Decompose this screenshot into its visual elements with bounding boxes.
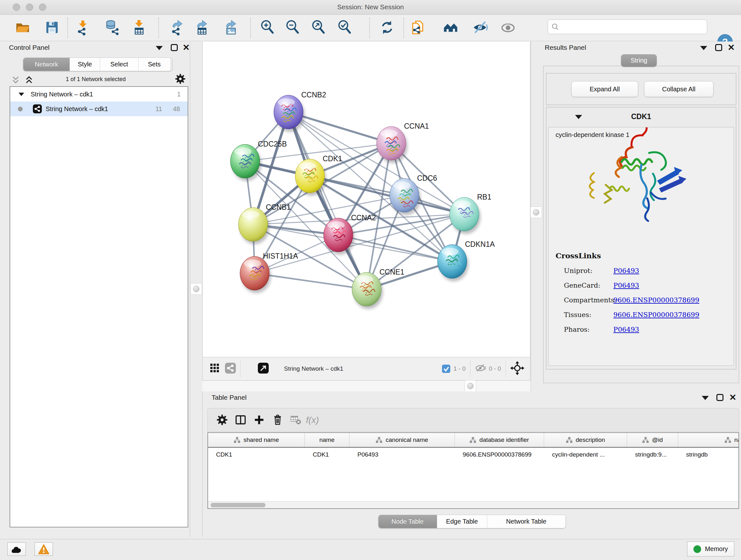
tab-style[interactable]: Style	[70, 58, 100, 71]
zoom-fit-content-icon[interactable]	[310, 18, 328, 37]
splitter-handle[interactable]	[191, 283, 202, 295]
hide-selected-icon[interactable]	[471, 18, 489, 37]
tab-sets[interactable]: Sets	[138, 58, 170, 71]
node-CDK1[interactable]	[295, 159, 326, 196]
expand-all-button[interactable]: Expand All	[571, 81, 638, 97]
column-header-name[interactable]: name	[305, 433, 349, 447]
crosslink-link[interactable]: P06493	[613, 267, 639, 274]
show-columns-icon[interactable]	[231, 412, 250, 428]
search-input[interactable]	[559, 23, 707, 30]
apply-preferred-layout-icon[interactable]	[378, 18, 396, 37]
node-RB1[interactable]	[450, 197, 481, 234]
add-column-icon[interactable]	[250, 412, 268, 428]
control-panel-splitter[interactable]	[190, 42, 202, 537]
network-collection-row[interactable]: String Network – cdk1 1	[10, 87, 188, 102]
memory-button[interactable]: Memory	[687, 542, 734, 557]
search-box[interactable]	[548, 19, 707, 34]
network-share-icon	[33, 105, 42, 113]
horizontal-scrollbar[interactable]	[208, 501, 738, 508]
toolbar-separator	[158, 17, 159, 38]
tab-network[interactable]: Network	[23, 58, 70, 71]
collapse-all-button[interactable]: Collapse All	[644, 81, 714, 97]
export-network-icon[interactable]	[169, 18, 186, 37]
zoom-selected-region-icon[interactable]	[336, 18, 354, 37]
node-CDC25B[interactable]	[230, 144, 261, 181]
tab-node-table[interactable]: Node Table	[379, 515, 437, 528]
edge-CCNB2-CCNE1[interactable]	[288, 112, 367, 289]
new-network-from-selection-icon[interactable]	[409, 18, 427, 37]
statusbar-divider	[506, 361, 506, 377]
crosslink-link[interactable]: 9606.ENSP00000378699	[613, 296, 699, 304]
export-image-icon[interactable]	[222, 18, 240, 37]
table-row[interactable]: CDK1CDK1P064939606.ENSP00000378699cyclin…	[208, 448, 738, 462]
node-CDC6[interactable]	[390, 179, 421, 215]
column-header-namespace[interactable]: namespace	[678, 433, 739, 447]
delete-table-icon[interactable]	[287, 412, 306, 428]
export-table-icon[interactable]	[193, 18, 211, 37]
import-network-from-database-icon[interactable]	[104, 18, 121, 37]
splitter-handle[interactable]	[465, 380, 476, 392]
title-bar: Session: New Session	[0, 0, 741, 15]
warning-button[interactable]	[35, 543, 53, 556]
cloud-button[interactable]	[7, 543, 26, 556]
float-panel-icon[interactable]	[171, 44, 178, 51]
first-neighbors-of-selected-icon[interactable]	[442, 18, 460, 37]
tab-edge-table[interactable]: Edge Table	[437, 515, 487, 528]
network-row[interactable]: String Network – cdk1 11 48	[10, 102, 188, 116]
float-panel-icon[interactable]	[715, 44, 722, 51]
panel-menu-icon[interactable]	[702, 396, 709, 400]
close-panel-icon[interactable]: ✕	[729, 394, 737, 401]
column-header-database-identifier[interactable]: database identifier	[455, 433, 544, 447]
edge-HIST1H1A-CCNE1[interactable]	[255, 273, 367, 289]
column-header-shared-name[interactable]: shared name	[208, 433, 305, 447]
search-icon	[551, 23, 559, 31]
scrollbar-thumb[interactable]	[211, 503, 266, 507]
expand-all-icon[interactable]	[24, 75, 34, 85]
crosslink-link[interactable]: P06493	[613, 282, 639, 289]
open-session-icon[interactable]	[14, 18, 31, 37]
crosslink-link[interactable]: P06493	[613, 326, 639, 333]
crosslink-row: Tissues:9606.ENSP00000378699	[564, 311, 730, 326]
import-table-from-file-icon[interactable]	[130, 18, 148, 37]
column-header-description[interactable]: description	[544, 433, 627, 447]
node-CDKN1A[interactable]	[437, 245, 468, 281]
collapse-all-icon[interactable]	[11, 75, 20, 85]
network-view-share-icon[interactable]	[225, 363, 236, 375]
node-HIST1H1A[interactable]	[240, 256, 271, 293]
zoom-out-icon[interactable]	[284, 18, 302, 37]
panel-menu-icon[interactable]	[700, 46, 707, 50]
node-CCNA1[interactable]	[377, 126, 408, 163]
detach-view-icon[interactable]	[258, 363, 269, 375]
function-builder-icon[interactable]: f(x)	[306, 412, 324, 428]
close-panel-icon[interactable]: ✕	[728, 44, 735, 51]
close-panel-icon[interactable]: ✕	[183, 44, 190, 51]
tab-select[interactable]: Select	[100, 58, 138, 71]
edge-CDK1-RB1[interactable]	[310, 176, 464, 214]
network-view-canvas[interactable]: CCNB2CCNA1CDC25BCDK1CDC6RB1CCNB1CCNA2CDK…	[202, 42, 530, 357]
network-options-gear-icon[interactable]	[175, 73, 186, 85]
network-graph[interactable]: CCNB2CCNA1CDC25BCDK1CDC6RB1CCNB1CCNA2CDK…	[203, 42, 530, 356]
tab-network-table[interactable]: Network Table	[487, 515, 565, 528]
birdseye-crosshair-icon[interactable]	[510, 361, 524, 376]
table-settings-gear-icon[interactable]	[213, 412, 231, 428]
tab-string[interactable]: String	[621, 54, 657, 67]
save-session-icon[interactable]	[43, 18, 61, 37]
crosslink-link[interactable]: 9606.ENSP00000378699	[613, 311, 699, 319]
zoom-in-icon[interactable]	[259, 18, 277, 37]
selected-checkbox-icon[interactable]	[442, 365, 450, 373]
import-network-from-file-icon[interactable]	[74, 18, 92, 37]
show-all-icon[interactable]	[499, 18, 517, 37]
panel-menu-icon[interactable]	[156, 46, 163, 50]
delete-column-icon[interactable]	[268, 412, 287, 428]
node-CCNE1[interactable]	[352, 272, 383, 309]
grid-view-icon[interactable]	[210, 363, 220, 374]
hidden-eye-icon[interactable]	[475, 363, 486, 374]
crosslink-row: GeneCard:P06493	[564, 282, 730, 296]
splitter-handle[interactable]	[530, 206, 542, 218]
column-header--id[interactable]: @id	[627, 433, 678, 447]
float-panel-icon[interactable]	[717, 394, 724, 401]
statusbar-divider	[240, 361, 241, 377]
node-CCNB2[interactable]	[274, 95, 305, 132]
collection-expander-icon[interactable]	[18, 92, 24, 96]
column-header-canonical-name[interactable]: canonical name	[349, 433, 455, 447]
